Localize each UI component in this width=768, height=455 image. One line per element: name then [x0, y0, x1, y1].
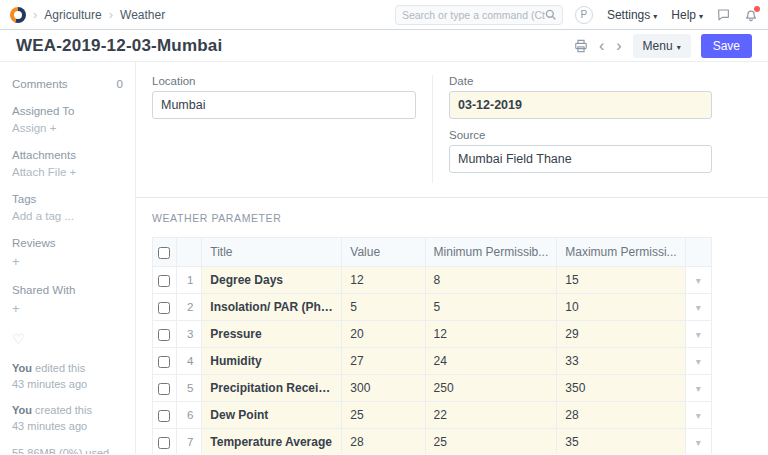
created-action: created this: [32, 404, 92, 416]
shared-with-heading: Shared With: [12, 284, 123, 296]
menu-button[interactable]: Menu: [633, 34, 691, 58]
table-row: 1 Degree Days 12 8 15: [153, 267, 712, 294]
title-cell[interactable]: Dew Point: [202, 402, 342, 429]
like-heart-icon[interactable]: [12, 331, 123, 347]
title-cell[interactable]: Degree Days: [202, 267, 342, 294]
edited-info: You edited this 43 minutes ago: [12, 361, 123, 393]
previous-document-chevron[interactable]: ‹: [598, 38, 605, 54]
max-permissible-cell[interactable]: 33: [557, 348, 685, 375]
row-checkbox[interactable]: [158, 275, 170, 287]
value-cell[interactable]: 5: [342, 294, 425, 321]
value-cell[interactable]: 20: [342, 321, 425, 348]
help-menu[interactable]: Help: [671, 8, 703, 22]
date-input[interactable]: [449, 91, 712, 119]
value-column-header[interactable]: Value: [342, 238, 425, 267]
location-input[interactable]: [152, 91, 416, 119]
row-index: 2: [176, 294, 202, 321]
row-checkbox[interactable]: [158, 329, 170, 341]
help-label: Help: [671, 8, 696, 22]
row-checkbox[interactable]: [158, 302, 170, 314]
attach-file-button[interactable]: Attach File +: [12, 166, 76, 178]
select-all-checkbox[interactable]: [158, 247, 170, 259]
save-button[interactable]: Save: [701, 34, 752, 58]
row-checkbox[interactable]: [158, 410, 170, 422]
value-cell[interactable]: 12: [342, 267, 425, 294]
row-expand-button[interactable]: [685, 348, 711, 375]
value-cell[interactable]: 25: [342, 402, 425, 429]
row-expand-button[interactable]: [685, 294, 711, 321]
app-logo-icon[interactable]: [10, 7, 26, 23]
row-checkbox[interactable]: [158, 437, 170, 449]
breadcrumb-agriculture[interactable]: Agriculture: [44, 8, 101, 22]
weather-parameter-section: WEATHER PARAMETER Title Value Minimum Pe…: [136, 197, 768, 454]
created-when: 43 minutes ago: [12, 420, 87, 432]
min-permissible-column-header[interactable]: Minimum Permissib...: [425, 238, 557, 267]
title-cell[interactable]: Pressure: [202, 321, 342, 348]
row-expand-button[interactable]: [685, 375, 711, 402]
next-document-chevron[interactable]: ›: [615, 38, 622, 54]
attachments-heading: Attachments: [12, 149, 123, 161]
value-cell[interactable]: 28: [342, 429, 425, 455]
form-column-right: Date Source: [432, 75, 712, 183]
max-permissible-cell[interactable]: 350: [557, 375, 685, 402]
sidebar-comments-link[interactable]: Comments: [12, 78, 68, 90]
avatar-letter: P: [581, 9, 588, 20]
row-expand-button[interactable]: [685, 402, 711, 429]
row-checkbox[interactable]: [158, 383, 170, 395]
created-info: You created this 43 minutes ago: [12, 403, 123, 435]
edited-who: You: [12, 362, 32, 374]
max-permissible-cell[interactable]: 10: [557, 294, 685, 321]
search-input[interactable]: [402, 9, 545, 21]
chevron-down-icon: [653, 8, 657, 22]
chevron-down-icon: [696, 381, 701, 395]
row-expand-button[interactable]: [685, 321, 711, 348]
max-permissible-cell[interactable]: 15: [557, 267, 685, 294]
chevron-right-icon: [33, 7, 37, 22]
notifications-bell-icon[interactable]: [744, 8, 758, 22]
reviews-heading: Reviews: [12, 237, 123, 249]
min-permissible-cell[interactable]: 250: [425, 375, 557, 402]
announcements-icon[interactable]: [717, 8, 730, 21]
min-permissible-cell[interactable]: 8: [425, 267, 557, 294]
print-icon[interactable]: [574, 39, 588, 53]
breadcrumb-weather[interactable]: Weather: [120, 8, 165, 22]
min-permissible-cell[interactable]: 24: [425, 348, 557, 375]
edited-action: edited this: [32, 362, 85, 374]
value-cell[interactable]: 27: [342, 348, 425, 375]
source-input[interactable]: [449, 145, 712, 173]
section-label: WEATHER PARAMETER: [152, 212, 712, 224]
settings-menu[interactable]: Settings: [607, 8, 657, 22]
title-cell[interactable]: Humidity: [202, 348, 342, 375]
row-expand-button[interactable]: [685, 267, 711, 294]
add-tag-input[interactable]: Add a tag ...: [12, 210, 74, 222]
max-permissible-cell[interactable]: 28: [557, 402, 685, 429]
table-row: 5 Precipitation Received 300 250 350: [153, 375, 712, 402]
add-review-button[interactable]: +: [12, 254, 20, 269]
max-permissible-cell[interactable]: 35: [557, 429, 685, 455]
max-permissible-cell[interactable]: 29: [557, 321, 685, 348]
page-head: WEA-2019-12-03-Mumbai ‹ › Menu Save: [0, 30, 768, 62]
breadcrumb: Agriculture Weather: [10, 7, 165, 23]
min-permissible-cell[interactable]: 12: [425, 321, 557, 348]
max-permissible-column-header[interactable]: Maximum Permissi...: [557, 238, 685, 267]
user-avatar[interactable]: P: [575, 6, 593, 24]
title-column-header[interactable]: Title: [202, 238, 342, 267]
row-index: 3: [176, 321, 202, 348]
share-button[interactable]: +: [12, 301, 20, 316]
min-permissible-cell[interactable]: 5: [425, 294, 557, 321]
row-checkbox[interactable]: [158, 356, 170, 368]
row-expand-button[interactable]: [685, 429, 711, 455]
row-toggle-header: [685, 238, 711, 267]
row-index: 5: [176, 375, 202, 402]
settings-label: Settings: [607, 8, 650, 22]
assign-button[interactable]: Assign +: [12, 122, 56, 134]
min-permissible-cell[interactable]: 25: [425, 429, 557, 455]
min-permissible-cell[interactable]: 22: [425, 402, 557, 429]
title-cell[interactable]: Insolation/ PAR (Photosynthetic...: [202, 294, 342, 321]
tags-heading: Tags: [12, 193, 123, 205]
value-cell[interactable]: 300: [342, 375, 425, 402]
global-search[interactable]: [395, 5, 563, 25]
title-cell[interactable]: Precipitation Received: [202, 375, 342, 402]
title-cell[interactable]: Temperature Average: [202, 429, 342, 455]
edited-when: 43 minutes ago: [12, 378, 87, 390]
